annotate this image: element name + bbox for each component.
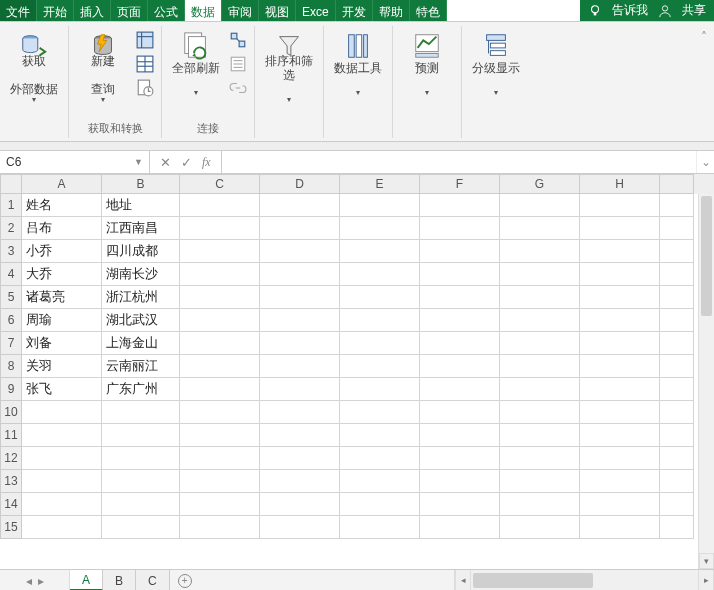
- tell-me-button[interactable]: 告诉我: [612, 2, 648, 19]
- cell[interactable]: [500, 447, 580, 470]
- cell[interactable]: [420, 309, 500, 332]
- row-header[interactable]: 13: [0, 470, 22, 493]
- row-header[interactable]: 1: [0, 194, 22, 217]
- cell[interactable]: [260, 286, 340, 309]
- cell[interactable]: [580, 516, 660, 539]
- cell[interactable]: [260, 493, 340, 516]
- cell[interactable]: [500, 240, 580, 263]
- cell[interactable]: [102, 401, 180, 424]
- cell[interactable]: [340, 355, 420, 378]
- cell[interactable]: [500, 217, 580, 240]
- tab-excel[interactable]: Exce: [296, 0, 336, 21]
- cell[interactable]: [660, 286, 694, 309]
- cell[interactable]: [180, 424, 260, 447]
- cell[interactable]: [340, 240, 420, 263]
- cell[interactable]: 江西南昌: [102, 217, 180, 240]
- column-header[interactable]: D: [260, 174, 340, 194]
- vertical-scrollbar[interactable]: ▾: [698, 194, 714, 569]
- cell[interactable]: [340, 401, 420, 424]
- tab-insert[interactable]: 插入: [74, 0, 111, 21]
- cell[interactable]: [500, 493, 580, 516]
- outline-button[interactable]: 分级显示▾: [468, 26, 524, 94]
- formula-input[interactable]: [222, 151, 696, 173]
- horizontal-scroll-thumb[interactable]: [473, 573, 593, 588]
- cell[interactable]: [580, 263, 660, 286]
- column-header[interactable]: H: [580, 174, 660, 194]
- cell[interactable]: [660, 309, 694, 332]
- cell[interactable]: [580, 378, 660, 401]
- cell[interactable]: [580, 493, 660, 516]
- cell[interactable]: 刘备: [22, 332, 102, 355]
- column-header[interactable]: A: [22, 174, 102, 194]
- cell[interactable]: [500, 194, 580, 217]
- row-header[interactable]: 10: [0, 401, 22, 424]
- cell[interactable]: [340, 309, 420, 332]
- cell[interactable]: [660, 470, 694, 493]
- from-table-button[interactable]: [135, 54, 155, 74]
- cell[interactable]: [500, 355, 580, 378]
- cell[interactable]: [580, 424, 660, 447]
- cell[interactable]: [260, 194, 340, 217]
- cell[interactable]: [580, 286, 660, 309]
- cell[interactable]: 诸葛亮: [22, 286, 102, 309]
- cell[interactable]: [260, 309, 340, 332]
- forecast-button[interactable]: 预测▾: [399, 26, 455, 94]
- cell[interactable]: 关羽: [22, 355, 102, 378]
- row-header[interactable]: 8: [0, 355, 22, 378]
- column-header[interactable]: C: [180, 174, 260, 194]
- cell[interactable]: [102, 516, 180, 539]
- cell[interactable]: [180, 516, 260, 539]
- cell[interactable]: [180, 309, 260, 332]
- cell[interactable]: 四川成都: [102, 240, 180, 263]
- cell[interactable]: [660, 401, 694, 424]
- cell[interactable]: [260, 332, 340, 355]
- select-all-button[interactable]: [0, 174, 22, 194]
- row-header[interactable]: 3: [0, 240, 22, 263]
- tab-data[interactable]: 数据: [185, 0, 222, 21]
- cell[interactable]: [102, 470, 180, 493]
- cell[interactable]: 吕布: [22, 217, 102, 240]
- vertical-scroll-thumb[interactable]: [701, 196, 712, 316]
- cell[interactable]: [420, 240, 500, 263]
- cell[interactable]: [500, 263, 580, 286]
- cell[interactable]: 地址: [102, 194, 180, 217]
- cell[interactable]: [660, 194, 694, 217]
- column-header[interactable]: G: [500, 174, 580, 194]
- sheet-nav-next-button[interactable]: ▸: [38, 574, 44, 588]
- cell[interactable]: [340, 217, 420, 240]
- cell[interactable]: [180, 240, 260, 263]
- cell[interactable]: [22, 470, 102, 493]
- cell[interactable]: [340, 447, 420, 470]
- cell[interactable]: [500, 424, 580, 447]
- cell[interactable]: [180, 401, 260, 424]
- get-external-data-button[interactable]: 获取外部数据 ▾: [6, 26, 62, 94]
- cell[interactable]: [500, 470, 580, 493]
- cell[interactable]: [580, 217, 660, 240]
- cell[interactable]: [420, 470, 500, 493]
- row-header[interactable]: 6: [0, 309, 22, 332]
- cell[interactable]: [260, 516, 340, 539]
- sort-filter-button[interactable]: 排序和筛选▾: [261, 26, 317, 94]
- cell[interactable]: [180, 378, 260, 401]
- cell[interactable]: 广东广州: [102, 378, 180, 401]
- expand-formula-bar-button[interactable]: ⌄: [696, 151, 714, 173]
- cell[interactable]: [420, 516, 500, 539]
- cell[interactable]: [22, 493, 102, 516]
- cell[interactable]: [180, 217, 260, 240]
- cell[interactable]: [102, 447, 180, 470]
- cell[interactable]: [180, 332, 260, 355]
- cell[interactable]: [500, 332, 580, 355]
- cell[interactable]: [180, 447, 260, 470]
- new-query-button[interactable]: 新建查询 ▾: [75, 26, 131, 94]
- cell[interactable]: [580, 194, 660, 217]
- cell[interactable]: [260, 401, 340, 424]
- show-queries-button[interactable]: [135, 30, 155, 50]
- cell[interactable]: [420, 424, 500, 447]
- name-box[interactable]: C6 ▼: [0, 151, 150, 173]
- cell[interactable]: [102, 424, 180, 447]
- cell[interactable]: 周瑜: [22, 309, 102, 332]
- scroll-down-button[interactable]: ▾: [699, 553, 714, 569]
- cell[interactable]: [580, 240, 660, 263]
- row-header[interactable]: 5: [0, 286, 22, 309]
- tab-developer[interactable]: 开发: [336, 0, 373, 21]
